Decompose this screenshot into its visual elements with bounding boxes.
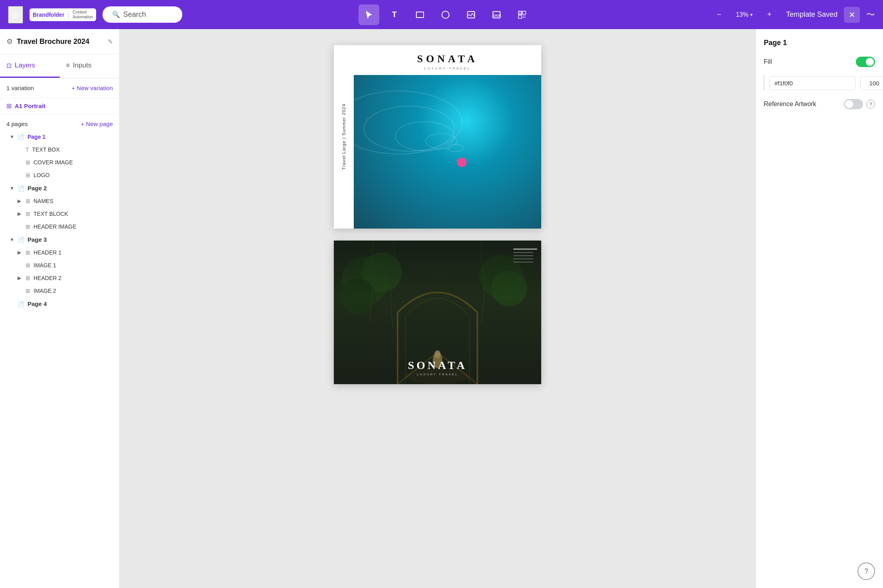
help-icon: ?	[864, 567, 868, 576]
svg-point-1	[442, 11, 449, 18]
image1-row[interactable]: ⊞ IMAGE 1	[0, 259, 119, 272]
opacity-input[interactable]	[860, 76, 883, 90]
color-swatch[interactable]	[764, 75, 765, 91]
opacity-wrap: %	[860, 76, 883, 90]
logo-label: LOGO	[34, 172, 49, 178]
fill-toggle[interactable]	[856, 57, 875, 67]
a1-portrait-row[interactable]: ⊞ A1 Portrait	[0, 98, 119, 114]
page-3-row[interactable]: ▼ 📄 Page 3	[0, 233, 119, 246]
tab-layers[interactable]: ⊡ Layers	[0, 54, 60, 78]
page-1-row[interactable]: ▼ 📄 Page 1	[0, 130, 119, 143]
search-button[interactable]: 🔍 Search	[102, 6, 182, 23]
page-1-canvas[interactable]: Travel Large | Summer 2024 SONATA LUXURY…	[334, 45, 541, 229]
page-4-icon: 📄	[18, 301, 24, 307]
svg-rect-7	[522, 11, 526, 14]
header1-row[interactable]: ▶ ⊞ HEADER 1	[0, 246, 119, 259]
reference-artwork-toggle[interactable]	[844, 99, 863, 109]
zoom-out-button[interactable]: −	[709, 4, 729, 25]
left-panel: ⚙ Travel Brochure 2024 ✎ ⊡ Layers ≡ Inpu…	[0, 29, 120, 588]
trend-icon: 〜	[866, 9, 875, 21]
svg-rect-6	[519, 12, 521, 14]
text-tool-button[interactable]: T	[384, 4, 405, 25]
image-tool-button[interactable]	[461, 4, 481, 25]
text-block-row[interactable]: ▶ ⊞ TEXT BLOCK	[0, 207, 119, 220]
page-3-icon: 📄	[18, 237, 24, 243]
page-4-row[interactable]: 📄 Page 4	[0, 297, 119, 310]
close-button[interactable]: ✕	[844, 7, 860, 23]
cover-image-canvas	[354, 75, 541, 229]
page-3-label: Page 3	[28, 236, 47, 243]
inputs-icon: ≡	[66, 62, 70, 69]
image2-row[interactable]: ⊞ IMAGE 2	[0, 284, 119, 297]
image2-icon: ⊞	[26, 288, 30, 294]
logo-row[interactable]: ⊞ LOGO	[0, 169, 119, 182]
textblock-caret: ▶	[18, 211, 24, 217]
sidebar-line-3	[513, 255, 533, 256]
caret-down-icon: ▼	[10, 134, 16, 140]
select-tool-button[interactable]	[359, 4, 379, 25]
cover-image-label: COVER IMAGE	[34, 159, 73, 166]
page-2-label: Page 2	[28, 185, 47, 191]
fill-section: Fill %	[764, 57, 875, 91]
reference-help-icon[interactable]: ?	[866, 100, 875, 109]
fill-row: Fill	[764, 57, 875, 67]
vertical-text: Travel Large | Summer 2024	[341, 104, 346, 170]
fill-color-row: %	[764, 75, 875, 91]
menu-button[interactable]: ☰	[8, 6, 23, 24]
page2-sonata-subtitle: LUXURY TRAVEL	[408, 373, 467, 376]
variation-row: 1 variation + New variation	[0, 78, 119, 98]
textbox-row[interactable]: T TEXT BOX	[0, 143, 119, 156]
new-variation-button[interactable]: + New variation	[71, 85, 113, 91]
header2-row[interactable]: ▶ ⊞ HEADER 2	[0, 272, 119, 284]
right-panel: Page 1 Fill % Reference Artwork ?	[755, 29, 883, 588]
topbar: ☰ Brandfolder ContentAutomation 🔍 Search…	[0, 0, 883, 29]
toolbar: T LOGO	[189, 4, 702, 25]
swimmer	[457, 158, 467, 167]
sidebar-line-1	[513, 249, 537, 250]
fill-label: Fill	[764, 58, 856, 65]
new-page-button[interactable]: + New page	[81, 120, 113, 127]
cover-image-row[interactable]: ⊞ COVER IMAGE	[0, 156, 119, 169]
sonata-subtitle: LUXURY TRAVEL	[360, 67, 535, 70]
help-button[interactable]: ?	[857, 562, 875, 580]
panel-tabs: ⊡ Layers ≡ Inputs	[0, 54, 119, 78]
edit-icon[interactable]: ✎	[108, 38, 113, 45]
sidebar-line-2	[513, 252, 533, 253]
rectangle-tool-button[interactable]	[410, 4, 430, 25]
names-row[interactable]: ▶ ⊞ NAMES	[0, 195, 119, 207]
pool-water	[354, 75, 541, 229]
page-2-row[interactable]: ▼ 📄 Page 2	[0, 182, 119, 195]
search-icon: 🔍	[112, 11, 120, 18]
right-panel-title: Page 1	[764, 39, 875, 47]
pages-row: 4 pages + New page	[0, 114, 119, 130]
search-label: Search	[123, 10, 146, 19]
image1-icon: ⊞	[26, 262, 30, 268]
settings-icon[interactable]: ⚙	[6, 37, 13, 46]
layers-content: 1 variation + New variation ⊞ A1 Portrai…	[0, 78, 119, 588]
header2-icon: ⊞	[26, 275, 30, 281]
logo: Brandfolder ContentAutomation	[30, 8, 96, 21]
logo-tool-button[interactable]: LOGO	[486, 4, 507, 25]
layout-label: A1 Portrait	[15, 103, 45, 109]
page-2-canvas[interactable]: SONATA LUXURY TRAVEL	[334, 241, 541, 384]
qr-tool-button[interactable]	[512, 4, 532, 25]
page-icon: 📄	[18, 134, 24, 140]
canvas-pages: Travel Large | Summer 2024 SONATA LUXURY…	[334, 45, 541, 572]
names-label: NAMES	[34, 198, 53, 204]
color-hex-input[interactable]	[769, 76, 855, 90]
sidebar-line-4	[513, 258, 533, 259]
sonata-title: SONATA	[360, 53, 535, 65]
header-image-row[interactable]: ⊞ HEADER IMAGE	[0, 220, 119, 233]
canvas-area: Travel Large | Summer 2024 SONATA LUXURY…	[120, 29, 755, 588]
text-layer-icon: T	[26, 146, 29, 153]
layout-icon: ⊞	[6, 102, 12, 110]
zoom-value[interactable]: 13% ▾	[736, 11, 753, 18]
page2-bg: SONATA LUXURY TRAVEL	[334, 241, 541, 384]
tab-inputs[interactable]: ≡ Inputs	[60, 54, 120, 78]
text-icon: T	[392, 10, 397, 19]
page2-sonata-title: SONATA	[408, 359, 467, 372]
reference-artwork-row: Reference Artwork ?	[764, 99, 875, 109]
svg-rect-8	[518, 15, 522, 18]
ellipse-tool-button[interactable]	[435, 4, 456, 25]
zoom-in-button[interactable]: +	[759, 4, 780, 25]
